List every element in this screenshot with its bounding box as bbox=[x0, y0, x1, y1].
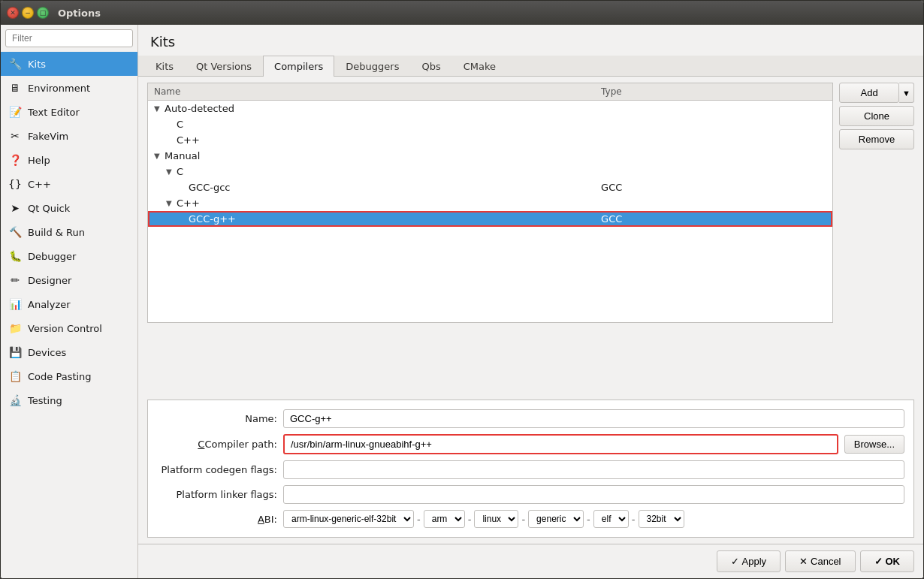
help-icon: ❓ bbox=[8, 153, 22, 167]
tree-row[interactable]: GCC-gcc GCC bbox=[148, 179, 832, 195]
platform-codegen-input[interactable] bbox=[283, 460, 904, 479]
titlebar: ✕ − □ Options bbox=[1, 1, 923, 25]
sidebar-item-label: C++ bbox=[28, 179, 51, 190]
tab-qbs[interactable]: Qbs bbox=[410, 56, 451, 77]
detail-area: Name: CCompiler path: Browse... Platform… bbox=[147, 400, 914, 538]
sidebar-item-label: Kits bbox=[28, 59, 46, 70]
content-area: Kits Kits Qt Versions Compilers Debugger… bbox=[138, 25, 923, 578]
sidebar-item-text-editor[interactable]: 📝 Text Editor bbox=[1, 100, 137, 124]
abi-select-1[interactable]: arm bbox=[424, 510, 465, 528]
row-type: GCC bbox=[601, 213, 826, 225]
row-name: GCC-gcc bbox=[189, 182, 601, 193]
build-run-icon: 🔨 bbox=[8, 225, 22, 239]
column-name: Name bbox=[154, 86, 601, 97]
abi-select-2[interactable]: linux bbox=[474, 510, 518, 528]
name-row: Name: bbox=[157, 409, 904, 428]
maximize-button[interactable]: □ bbox=[37, 7, 49, 19]
tree-row[interactable]: ▼ Manual bbox=[148, 148, 832, 164]
tree-row[interactable]: ▼ Auto-detected bbox=[148, 101, 832, 116]
sidebar-item-help[interactable]: ❓ Help bbox=[1, 148, 137, 172]
sidebar-item-code-pasting[interactable]: 📋 Code Pasting bbox=[1, 364, 137, 388]
abi-select-0[interactable]: arm-linux-generic-elf-32bit bbox=[283, 510, 414, 528]
minimize-button[interactable]: − bbox=[22, 7, 34, 19]
sidebar-item-label: Help bbox=[28, 155, 50, 166]
sidebar-item-label: Text Editor bbox=[28, 107, 80, 118]
cancel-button[interactable]: ✕ Cancel bbox=[785, 550, 855, 572]
version-control-icon: 📁 bbox=[8, 321, 22, 335]
sidebar-item-cpp[interactable]: {} C++ bbox=[1, 172, 137, 196]
row-type: GCC bbox=[601, 182, 826, 193]
tab-cmake[interactable]: CMake bbox=[452, 56, 507, 77]
apply-button[interactable]: ✓ Apply bbox=[717, 550, 781, 572]
code-pasting-icon: 📋 bbox=[8, 369, 22, 383]
add-button[interactable]: Add bbox=[839, 83, 899, 103]
tree-row[interactable]: C++ bbox=[148, 132, 832, 148]
main-content: 🔧 Kits 🖥 Environment 📝 Text Editor ✂ Fak… bbox=[1, 25, 923, 578]
sidebar-item-environment[interactable]: 🖥 Environment bbox=[1, 76, 137, 100]
sidebar-item-version-control[interactable]: 📁 Version Control bbox=[1, 316, 137, 340]
row-name: C++ bbox=[177, 134, 601, 146]
sidebar-item-devices[interactable]: 💾 Devices bbox=[1, 340, 137, 364]
row-name: GCC-g++ bbox=[189, 213, 601, 225]
abi-select-5[interactable]: 32bit bbox=[639, 510, 684, 528]
platform-codegen-label: Platform codegen flags: bbox=[157, 464, 277, 475]
platform-codegen-row: Platform codegen flags: bbox=[157, 460, 904, 479]
options-window: ✕ − □ Options 🔧 Kits 🖥 Environment 📝 Tex… bbox=[0, 0, 924, 579]
debugger-icon: 🐛 bbox=[8, 249, 22, 263]
sidebar-item-qt-quick[interactable]: ➤ Qt Quick bbox=[1, 196, 137, 220]
sidebar-item-label: Code Pasting bbox=[28, 371, 92, 382]
tab-compilers[interactable]: Compilers bbox=[263, 56, 334, 77]
abi-sep-4: - bbox=[632, 514, 636, 525]
sidebar-item-label: Version Control bbox=[28, 323, 102, 334]
sidebar-item-label: FakeVim bbox=[28, 131, 68, 142]
tab-kits[interactable]: Kits bbox=[144, 56, 185, 77]
apply-checkmark-icon: ✓ bbox=[731, 556, 739, 567]
sidebar-item-kits[interactable]: 🔧 Kits bbox=[1, 52, 137, 76]
sidebar-item-designer[interactable]: ✏ Designer bbox=[1, 268, 137, 292]
tree-row-selected[interactable]: GCC-g++ GCC bbox=[148, 211, 832, 227]
sidebar-item-analyzer[interactable]: 📊 Analyzer bbox=[1, 292, 137, 316]
sidebar-item-debugger[interactable]: 🐛 Debugger bbox=[1, 244, 137, 268]
row-name: C++ bbox=[177, 198, 601, 209]
close-button[interactable]: ✕ bbox=[7, 7, 19, 19]
sidebar-item-testing[interactable]: 🔬 Testing bbox=[1, 388, 137, 412]
sidebar-item-label: Environment bbox=[28, 83, 90, 94]
abi-select-3[interactable]: generic bbox=[528, 510, 584, 528]
content-panel: Name Type ▼ Auto-detected bbox=[138, 77, 923, 544]
table-and-buttons: Name Type ▼ Auto-detected bbox=[147, 83, 914, 394]
action-buttons: Add ▼ Clone Remove bbox=[839, 83, 914, 394]
column-type: Type bbox=[601, 86, 826, 97]
compiler-path-input[interactable] bbox=[283, 434, 838, 454]
compilers-table: Name Type ▼ Auto-detected bbox=[147, 83, 833, 323]
filter-input[interactable] bbox=[5, 29, 133, 47]
sidebar-item-label: Qt Quick bbox=[28, 203, 70, 214]
row-name: C bbox=[177, 166, 601, 177]
testing-icon: 🔬 bbox=[8, 394, 22, 407]
environment-icon: 🖥 bbox=[8, 81, 22, 95]
table-body: ▼ Auto-detected C C++ bbox=[148, 101, 832, 322]
add-dropdown-button[interactable]: ▼ bbox=[899, 83, 914, 103]
cancel-x-icon: ✕ bbox=[799, 556, 808, 567]
tree-row[interactable]: ▼ C++ bbox=[148, 195, 832, 211]
sidebar-item-build-run[interactable]: 🔨 Build & Run bbox=[1, 220, 137, 244]
platform-linker-input[interactable] bbox=[283, 485, 904, 504]
sidebar-item-fakevim[interactable]: ✂ FakeVim bbox=[1, 124, 137, 148]
tab-qt-versions[interactable]: Qt Versions bbox=[185, 56, 263, 77]
name-input[interactable] bbox=[283, 409, 904, 428]
sidebar-item-label: Analyzer bbox=[28, 299, 71, 310]
tree-row[interactable]: ▼ C bbox=[148, 164, 832, 179]
ok-button[interactable]: ✓ OK bbox=[860, 550, 915, 572]
browse-button[interactable]: Browse... bbox=[844, 435, 904, 454]
ok-checkmark-icon: ✓ bbox=[874, 556, 883, 567]
clone-button[interactable]: Clone bbox=[839, 106, 914, 126]
text-editor-icon: 📝 bbox=[8, 105, 22, 119]
sidebar: 🔧 Kits 🖥 Environment 📝 Text Editor ✂ Fak… bbox=[1, 25, 138, 578]
tab-debuggers[interactable]: Debuggers bbox=[334, 56, 410, 77]
qt-quick-icon: ➤ bbox=[8, 201, 22, 215]
abi-sep-3: - bbox=[587, 514, 590, 525]
abi-select-4[interactable]: elf bbox=[593, 510, 629, 528]
remove-button[interactable]: Remove bbox=[839, 129, 914, 149]
kits-icon: 🔧 bbox=[8, 57, 22, 71]
tree-row[interactable]: C bbox=[148, 116, 832, 132]
collapse-arrow: ▼ bbox=[154, 104, 165, 113]
